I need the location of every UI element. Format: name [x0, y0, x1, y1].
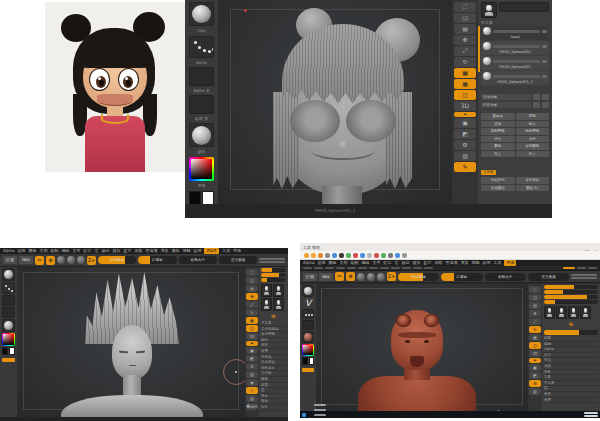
panel-slider[interactable] — [261, 268, 286, 272]
material-thumbnail[interactable] — [2, 319, 15, 332]
stroke-glyph[interactable]: V — [305, 298, 311, 308]
tool-thumbnail[interactable] — [261, 284, 272, 297]
eye-toggle[interactable] — [542, 45, 547, 48]
panel-row-label[interactable]: 列表选择 — [481, 102, 531, 108]
viewport-canvas[interactable] — [218, 0, 452, 204]
shelf-icon[interactable]: ▦ — [529, 334, 541, 341]
shelf-icon[interactable]: ▤ — [529, 302, 541, 309]
panel-button[interactable]: 复制 — [516, 113, 550, 120]
texture-slot[interactable] — [2, 307, 15, 318]
panel-row-label[interactable]: 自动选择 — [481, 94, 531, 100]
mode-toggle[interactable]: ✥ — [46, 256, 55, 265]
menu-item[interactable]: 绘制 — [350, 260, 358, 266]
shelf-icon[interactable]: ⚙ — [529, 380, 541, 387]
rgb-toggle[interactable] — [67, 256, 75, 264]
tool-thumbnail[interactable] — [544, 306, 555, 319]
panel-button[interactable]: 分组拆分 — [481, 177, 515, 184]
material-thumbnail[interactable] — [302, 331, 314, 343]
shelf-icon[interactable]: ▧ — [246, 395, 258, 402]
panel-button[interactable]: 分割 — [481, 136, 515, 143]
color-picker[interactable] — [189, 157, 215, 181]
toolbar-icon[interactable] — [339, 253, 344, 258]
panel-button[interactable]: 重命名 — [481, 113, 515, 120]
menu-item[interactable]: 笔触 — [471, 260, 479, 266]
zadd-toggle[interactable]: Z+ — [387, 272, 396, 281]
color-picker[interactable] — [2, 333, 15, 346]
m-toggle[interactable] — [377, 273, 385, 281]
shelf-icon[interactable]: ⤢ — [529, 318, 541, 325]
secondary-color-swatch[interactable] — [309, 357, 315, 365]
start-button[interactable] — [302, 413, 306, 417]
subtool-slider[interactable] — [493, 75, 540, 78]
panel-mini-button[interactable] — [533, 102, 540, 108]
panel-slider[interactable] — [544, 300, 598, 304]
subtool-slider[interactable] — [493, 60, 540, 63]
panel-slider[interactable] — [261, 273, 286, 277]
menu-item[interactable]: 笔触 — [182, 248, 190, 254]
color-picker[interactable] — [302, 344, 314, 356]
tool-slot[interactable] — [499, 2, 549, 12]
panel-button[interactable]: 自动重组 — [481, 185, 515, 192]
saturation-square[interactable] — [303, 345, 313, 355]
menu-item[interactable]: Alpha — [3, 248, 14, 254]
toolbar-slider[interactable]: 焦点衰减 — [528, 273, 569, 281]
shelf-icon[interactable]: ✎ — [454, 162, 476, 172]
menu-item[interactable]: 编辑 — [361, 260, 369, 266]
eye-toggle[interactable] — [542, 75, 547, 78]
shelf-icon[interactable]: ◩ — [246, 355, 258, 362]
subtool-row[interactable]: head — [481, 26, 549, 40]
shelf-icon[interactable]: ▥ — [529, 388, 541, 395]
subtool-row[interactable]: PM3D_Sphere3D1_1 — [481, 71, 549, 85]
tool-thumbnail[interactable] — [568, 306, 579, 319]
menu-item[interactable]: 纹理 — [193, 248, 201, 254]
saturation-square[interactable] — [191, 159, 213, 179]
menu-item[interactable]: 变换 — [504, 260, 516, 266]
tool-thumbnail[interactable] — [273, 298, 284, 311]
shelf-icon[interactable]: ⛶ — [454, 2, 476, 12]
toolbar-slider[interactable]: RGB强度 — [398, 273, 439, 281]
panel-mini-button[interactable] — [533, 94, 540, 100]
panel-button[interactable]: 合并相似 — [516, 177, 550, 184]
shelf-icon[interactable]: ▬ — [454, 112, 476, 117]
stroke-thumbnail[interactable] — [2, 282, 15, 294]
brush-thumbnail[interactable] — [302, 285, 314, 297]
shelf-icon[interactable]: ⤢ — [454, 46, 476, 56]
menu-item[interactable]: 灯光 — [83, 248, 91, 254]
lightbox-button[interactable]: 灯箱 — [303, 273, 317, 281]
simplebrush-icon[interactable]: ✳ — [544, 321, 598, 329]
toolbar-slider[interactable]: Z 强度 — [138, 256, 176, 264]
toolbar-icon[interactable] — [332, 253, 337, 258]
shelf-icon[interactable]: ⚙ — [246, 363, 258, 370]
subtool-slider[interactable] — [493, 30, 540, 33]
rgb-toggle[interactable] — [367, 273, 375, 281]
shelf-icon[interactable]: ⛶ — [529, 286, 541, 293]
mrgb-toggle[interactable] — [357, 273, 365, 281]
toolbar-slider[interactable]: RGB强度 — [98, 256, 136, 264]
window-menu[interactable]: 工具 帮助 — [303, 245, 320, 250]
taskbar-clock[interactable] — [584, 412, 598, 417]
menu-item[interactable]: 画笔 — [317, 260, 325, 266]
toolbar-icon[interactable] — [318, 253, 323, 258]
panel-button[interactable]: 合并 — [516, 136, 550, 143]
m-toggle[interactable] — [77, 256, 85, 264]
panel-button[interactable]: 向下 — [516, 151, 550, 158]
zadd-toggle[interactable]: Z+ — [87, 256, 96, 265]
stroke-thumbnail[interactable] — [302, 309, 314, 319]
shelf-icon[interactable]: ▬ — [246, 341, 258, 346]
menu-item[interactable]: 文件 — [72, 248, 80, 254]
toolbar-icon[interactable] — [353, 253, 358, 258]
alpha-slot[interactable] — [2, 295, 15, 306]
shelf-icon[interactable]: 3D — [246, 333, 258, 340]
menu-item[interactable]: 影片 — [423, 260, 431, 266]
toolbar-icon[interactable] — [360, 253, 365, 258]
menu-item[interactable]: 工具 — [222, 248, 230, 254]
primary-color-swatch[interactable] — [2, 347, 8, 355]
tool-thumbnail[interactable] — [556, 306, 567, 319]
panel-button[interactable]: 追加 — [481, 121, 515, 128]
panel-mini-button[interactable] — [542, 94, 549, 100]
shelf-icon[interactable]: �default — [246, 403, 258, 410]
menu-item[interactable]: 首选项 — [445, 260, 457, 266]
menu-item[interactable]: 模版 — [171, 248, 179, 254]
shelf-icon[interactable]: ⚙ — [454, 140, 476, 150]
toolbar-slider[interactable]: Z 强度 — [441, 273, 482, 281]
